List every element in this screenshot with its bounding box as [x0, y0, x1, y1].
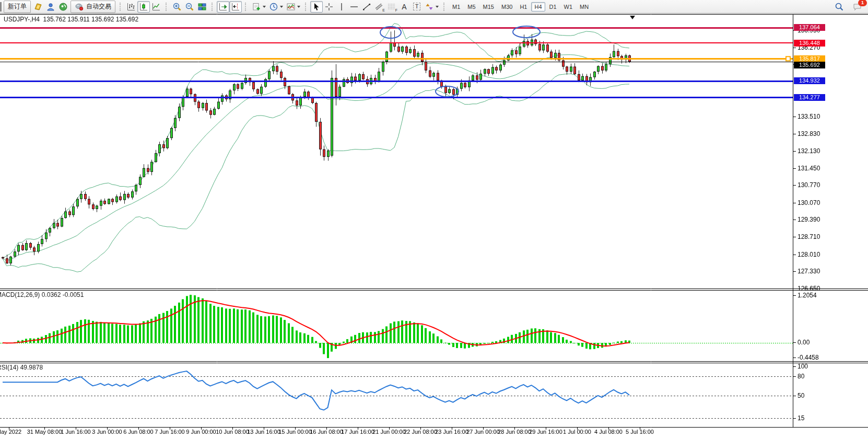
rsi-axis-tick: 100 — [797, 363, 808, 370]
timeframe-d1-button[interactable]: D1 — [546, 2, 560, 11]
zoom-out-button[interactable] — [183, 1, 196, 13]
zoom-in-button[interactable] — [171, 1, 183, 13]
time-axis-label: 1 Jun 16:00 — [61, 429, 91, 435]
time-axis-label: 17 Jun 16:00 — [341, 429, 374, 435]
new-chart-icon — [252, 2, 261, 11]
time-axis-label: 4 Jul 08:00 — [594, 429, 623, 435]
candle-chart-icon — [139, 2, 148, 11]
price-level-badge[interactable]: 135.817 — [794, 55, 825, 62]
time-axis-label: 10 Jun 08:00 — [216, 429, 249, 435]
time-axis-label: May 2022 — [0, 429, 21, 435]
time-axis-label: 29 Jun 16:00 — [529, 429, 562, 435]
timeframe-m5-button[interactable]: M5 — [464, 2, 478, 11]
news-signal-button[interactable] — [57, 1, 69, 13]
main-toolbar: 新订单 自动交易 — [0, 0, 868, 14]
zoom-out-icon — [185, 2, 194, 11]
search-button[interactable] — [833, 1, 846, 13]
search-icon — [835, 2, 844, 11]
chart-end-marker-icon[interactable] — [630, 16, 635, 19]
chart-shift-icon — [231, 2, 240, 11]
new-chart-button[interactable] — [250, 1, 267, 13]
bar-chart-mode-button[interactable] — [125, 1, 137, 13]
new-order-button[interactable]: 新订单 — [4, 1, 31, 13]
chart-canvas[interactable] — [0, 14, 868, 438]
price-level-badge[interactable]: 134.932 — [794, 77, 825, 84]
macd-axis-tick: -0.4458 — [797, 354, 819, 361]
toolbar-right-tools: 1 — [833, 0, 864, 14]
toolbar-grip[interactable] — [443, 3, 447, 11]
autotrading-button[interactable]: 自动交易 — [71, 1, 115, 13]
vertical-line-icon — [337, 2, 346, 11]
tile-windows-button[interactable] — [196, 1, 208, 13]
timeframe-h4-button[interactable]: H4 — [531, 2, 545, 11]
price-axis-tick: 132.830 — [797, 130, 820, 137]
price-axis-tick: 133.510 — [797, 113, 820, 120]
price-axis-tick: 128.010 — [797, 251, 820, 258]
chevron-down-icon — [436, 6, 439, 8]
price-level-badge[interactable]: 137.064 — [794, 24, 825, 31]
clipped-icon-edge — [0, 2, 2, 11]
price-level-badge[interactable]: 134.277 — [794, 94, 825, 101]
candle-chart-mode-button[interactable] — [137, 1, 150, 13]
new-order-label: 新订单 — [8, 2, 27, 11]
toolbar-grip[interactable] — [120, 3, 123, 11]
chart-window: USDJPY-,H4 135.762 135.911 135.692 135.6… — [0, 14, 868, 438]
timeframe-m1-button[interactable]: M1 — [449, 2, 463, 11]
chart-title: USDJPY-,H4 135.762 135.911 135.692 135.6… — [4, 16, 138, 23]
chart-shift-button[interactable] — [229, 1, 242, 13]
auto-scroll-button[interactable] — [217, 1, 229, 13]
indicators-button[interactable] — [285, 1, 302, 13]
timeframe-m15-button[interactable]: M15 — [480, 2, 497, 11]
fibonacci-tool-button[interactable]: F — [385, 1, 398, 13]
price-axis-tick: 130.070 — [797, 199, 820, 206]
quotes-book-button[interactable] — [32, 1, 44, 13]
bar-chart-icon — [126, 2, 136, 11]
timeframe-mn-button[interactable]: MN — [577, 2, 592, 11]
rsi-indicator-label: RSI(14) 49.9878 — [0, 364, 43, 371]
time-axis-label: 3 Jun 00:00 — [92, 429, 122, 435]
macd-axis-tick: 0.00 — [797, 339, 810, 346]
mt4-terminal: { "toolbar": { "new_order_label": "新订单",… — [0, 0, 868, 438]
time-axis-label: 16 Jun 08:00 — [310, 429, 343, 435]
horizontal-line-tool-button[interactable] — [348, 1, 360, 13]
timeframe-m30-button[interactable]: M30 — [498, 2, 515, 11]
autotrading-label: 自动交易 — [86, 2, 111, 11]
price-axis-tick: 130.770 — [797, 181, 820, 189]
toolbar-grip[interactable] — [212, 3, 215, 11]
period-clock-button[interactable] — [267, 1, 285, 13]
line-chart-mode-button[interactable] — [150, 1, 162, 13]
text-tool-button[interactable]: A — [398, 1, 410, 13]
time-axis-label: 22 Jun 08:00 — [404, 429, 437, 435]
chevron-down-icon — [263, 6, 266, 8]
time-axis-label: 31 May 08:00 — [27, 429, 62, 435]
text-label-tool-button[interactable]: T — [410, 1, 423, 13]
arrows-tool-button[interactable] — [423, 1, 440, 13]
time-axis-label: 15 Jun 00:00 — [278, 429, 312, 435]
time-axis-label: 7 Jun 16:00 — [155, 429, 185, 435]
toolbar-grip[interactable] — [305, 3, 308, 11]
toolbar-grip[interactable] — [245, 3, 248, 11]
trendline-tool-button[interactable] — [360, 1, 373, 13]
timeframe-group: M1M5M15M30H1H4D1W1MN — [449, 2, 592, 11]
time-axis-label: 27 Jun 00:00 — [466, 429, 500, 435]
chevron-down-icon — [297, 6, 300, 8]
price-axis-tick: 127.330 — [797, 268, 820, 275]
time-axis-label: 13 Jun 16:00 — [247, 429, 280, 435]
vertical-line-tool-button[interactable] — [335, 1, 348, 13]
timeframe-w1-button[interactable]: W1 — [561, 2, 576, 11]
cursor-tool-button[interactable] — [310, 1, 323, 13]
crosshair-tool-button[interactable] — [323, 1, 335, 13]
indicators-icon — [286, 2, 296, 11]
notifications-button[interactable]: 1 — [851, 1, 864, 13]
toolbar-grip[interactable] — [166, 3, 169, 11]
line-chart-icon — [151, 2, 161, 11]
timeframe-h1-button[interactable]: H1 — [517, 2, 530, 11]
equidistant-channel-tool-button[interactable]: E — [373, 1, 385, 13]
price-level-badge[interactable]: 136.448 — [794, 40, 825, 47]
tile-windows-icon — [197, 2, 207, 11]
current-price-badge: 135.692 — [794, 62, 825, 68]
community-user-button[interactable] — [44, 1, 57, 13]
clock-icon — [269, 2, 278, 11]
time-axis-label: 21 Jun 00:00 — [372, 429, 406, 435]
auto-scroll-icon — [218, 2, 228, 11]
